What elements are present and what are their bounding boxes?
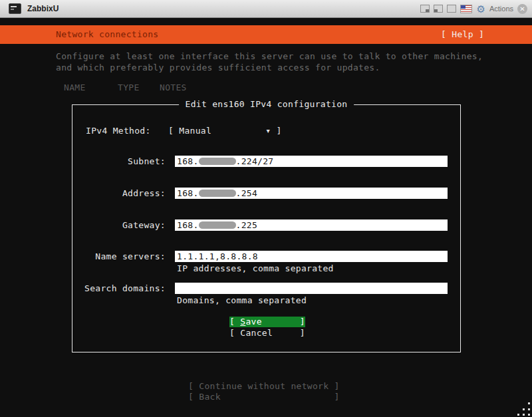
restore-window-icon[interactable] <box>420 5 430 13</box>
nameservers-help: IP addresses, comma separated <box>177 263 334 273</box>
keyboard-layout-flag-icon[interactable] <box>460 5 472 13</box>
address-input[interactable]: 168..254 <box>175 188 448 199</box>
nameservers-input[interactable]: 1.1.1.1,8.8.8.8 <box>175 251 448 262</box>
subnet-value-prefix: 168. <box>177 156 199 166</box>
gear-icon[interactable] <box>476 4 485 14</box>
close-icon[interactable] <box>517 4 527 14</box>
save-rest: ave <box>245 317 261 327</box>
edit-ipv4-dialog: Edit ens160 IPv4 configuration IPv4 Meth… <box>72 104 461 352</box>
column-header-notes: NOTES <box>160 82 187 92</box>
dialog-title: Edit ens160 IPv4 configuration <box>179 99 354 109</box>
nameservers-label: Name servers: <box>72 251 166 261</box>
ipv4-method-dropdown[interactable]: [ Manual ▾ ] <box>168 126 282 136</box>
restore-left-window-icon[interactable] <box>434 5 443 13</box>
gateway-value-prefix: 168. <box>177 220 199 230</box>
back-button[interactable]: [ Back ] <box>188 392 340 402</box>
column-header-name: NAME <box>64 82 86 92</box>
subnet-label: Subnet: <box>72 156 166 166</box>
subnet-input[interactable]: 168..224/27 <box>175 156 448 167</box>
help-button[interactable]: [ Help ] <box>441 25 484 44</box>
address-label: Address: <box>72 188 166 198</box>
search-domains-input[interactable] <box>175 283 448 294</box>
maximize-window-icon[interactable] <box>447 5 456 13</box>
screen-header: Network connections [ Help ] <box>0 25 532 44</box>
titlebar-controls: Actions <box>420 4 527 14</box>
save-button[interactable]: [ Save ] <box>229 317 305 327</box>
actions-button[interactable]: Actions <box>489 5 513 13</box>
vm-console-screen: ZabbixU Actions Network connections [ He… <box>0 0 532 417</box>
ipv4-method-label: IPv4 Method: <box>86 126 151 136</box>
save-open: [ <box>229 317 240 327</box>
titlebar: ZabbixU Actions <box>0 0 532 18</box>
gateway-label: Gateway: <box>72 220 166 230</box>
gateway-input[interactable]: 168..225 <box>175 219 448 231</box>
page-title: Network connections <box>56 25 158 44</box>
search-domains-help: Domains, comma separated <box>177 295 307 305</box>
column-header-type: TYPE <box>118 82 140 92</box>
cancel-button[interactable]: [ Cancel ] <box>229 328 305 338</box>
gateway-value-suffix: .225 <box>236 220 258 230</box>
redacted-octet <box>199 221 236 229</box>
continue-without-network-button[interactable]: [ Continue without network ] <box>188 381 340 391</box>
search-domains-label: Search domains: <box>72 283 166 293</box>
window-title: ZabbixU <box>27 4 59 13</box>
redacted-octet <box>199 158 236 165</box>
redacted-octet <box>199 190 236 197</box>
address-value-prefix: 168. <box>177 188 199 198</box>
console-icon <box>9 3 21 14</box>
intro-text-line2: and which preferably provides sufficient… <box>56 63 380 72</box>
subnet-value-suffix: .224/27 <box>236 156 274 166</box>
save-close: ] <box>262 317 305 327</box>
intro-text-line1: Configure at least one interface this se… <box>56 51 483 61</box>
address-value-suffix: .254 <box>236 188 258 198</box>
